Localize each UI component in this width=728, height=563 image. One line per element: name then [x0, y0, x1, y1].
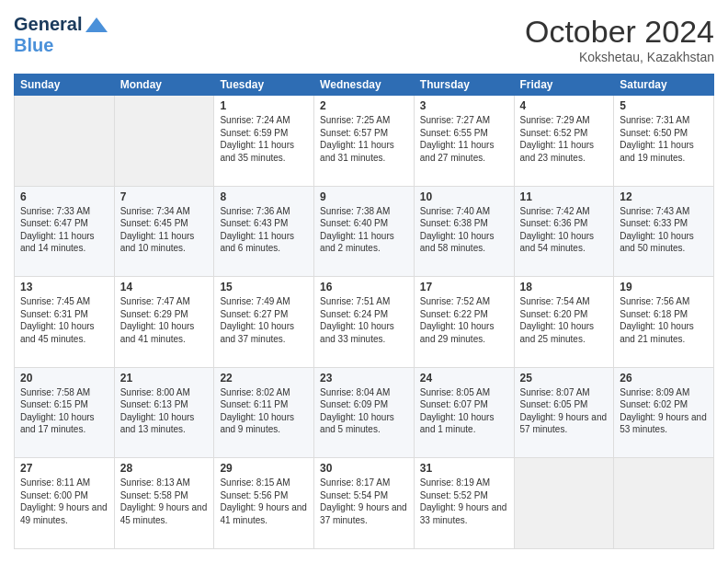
page-header: General Blue October 2024 Kokshetau, Kaz… — [14, 14, 714, 64]
day-info: Sunrise: 8:00 AM Sunset: 6:13 PM Dayligh… — [120, 386, 209, 436]
day-number: 30 — [320, 462, 408, 475]
calendar-cell: 3Sunrise: 7:27 AM Sunset: 6:55 PM Daylig… — [414, 96, 514, 187]
day-number: 6 — [20, 190, 108, 203]
day-info: Sunrise: 7:49 AM Sunset: 6:27 PM Dayligh… — [220, 295, 308, 345]
day-info: Sunrise: 7:34 AM Sunset: 6:45 PM Dayligh… — [120, 205, 209, 255]
day-number: 16 — [320, 281, 408, 293]
day-info: Sunrise: 7:27 AM Sunset: 6:55 PM Dayligh… — [420, 114, 508, 164]
day-info: Sunrise: 7:42 AM Sunset: 6:36 PM Dayligh… — [520, 205, 609, 255]
day-number: 4 — [520, 99, 609, 112]
day-info: Sunrise: 7:25 AM Sunset: 6:57 PM Dayligh… — [320, 114, 408, 164]
calendar-cell: 1Sunrise: 7:24 AM Sunset: 6:59 PM Daylig… — [214, 96, 314, 187]
calendar-cell: 2Sunrise: 7:25 AM Sunset: 6:57 PM Daylig… — [314, 96, 415, 187]
calendar-cell: 15Sunrise: 7:49 AM Sunset: 6:27 PM Dayli… — [214, 277, 314, 368]
calendar-week-row: 20Sunrise: 7:58 AM Sunset: 6:15 PM Dayli… — [15, 367, 714, 458]
calendar-week-row: 1Sunrise: 7:24 AM Sunset: 6:59 PM Daylig… — [15, 96, 714, 187]
day-info: Sunrise: 7:24 AM Sunset: 6:59 PM Dayligh… — [220, 114, 308, 164]
weekday-header: Friday — [514, 75, 614, 96]
day-info: Sunrise: 7:45 AM Sunset: 6:31 PM Dayligh… — [20, 295, 108, 345]
day-info: Sunrise: 8:15 AM Sunset: 5:56 PM Dayligh… — [220, 477, 308, 526]
calendar-cell: 8Sunrise: 7:36 AM Sunset: 6:43 PM Daylig… — [214, 186, 314, 277]
calendar-cell: 28Sunrise: 8:13 AM Sunset: 5:58 PM Dayli… — [114, 458, 214, 549]
day-number: 10 — [420, 190, 508, 203]
day-number: 26 — [620, 372, 708, 385]
calendar-cell: 21Sunrise: 8:00 AM Sunset: 6:13 PM Dayli… — [114, 367, 214, 458]
weekday-header: Monday — [114, 75, 214, 96]
day-info: Sunrise: 7:31 AM Sunset: 6:50 PM Dayligh… — [620, 114, 708, 164]
day-info: Sunrise: 8:07 AM Sunset: 6:05 PM Dayligh… — [520, 386, 609, 436]
day-number: 2 — [320, 99, 408, 112]
day-number: 7 — [120, 190, 209, 203]
day-info: Sunrise: 8:13 AM Sunset: 5:58 PM Dayligh… — [120, 477, 209, 526]
calendar-cell: 4Sunrise: 7:29 AM Sunset: 6:52 PM Daylig… — [514, 96, 614, 187]
day-info: Sunrise: 7:38 AM Sunset: 6:40 PM Dayligh… — [320, 205, 408, 255]
month-title: October 2024 — [525, 14, 714, 50]
day-number: 1 — [220, 99, 308, 112]
day-info: Sunrise: 7:47 AM Sunset: 6:29 PM Dayligh… — [120, 295, 209, 345]
weekday-header: Sunday — [15, 75, 115, 96]
day-number: 15 — [220, 281, 308, 293]
day-number: 19 — [620, 281, 708, 293]
calendar-cell: 9Sunrise: 7:38 AM Sunset: 6:40 PM Daylig… — [314, 186, 415, 277]
calendar-cell: 27Sunrise: 8:11 AM Sunset: 6:00 PM Dayli… — [15, 458, 115, 549]
day-number: 22 — [220, 372, 308, 385]
day-info: Sunrise: 8:11 AM Sunset: 6:00 PM Dayligh… — [20, 477, 108, 526]
day-number: 9 — [320, 190, 408, 203]
day-number: 31 — [420, 462, 508, 475]
weekday-header: Wednesday — [314, 75, 415, 96]
day-info: Sunrise: 8:19 AM Sunset: 5:52 PM Dayligh… — [420, 477, 508, 526]
calendar-cell — [15, 96, 115, 187]
day-number: 14 — [120, 281, 209, 293]
day-number: 3 — [420, 99, 508, 112]
calendar-cell: 22Sunrise: 8:02 AM Sunset: 6:11 PM Dayli… — [214, 367, 314, 458]
day-number: 24 — [420, 372, 508, 385]
day-number: 5 — [620, 99, 708, 112]
day-number: 28 — [120, 462, 209, 475]
svg-marker-0 — [85, 17, 108, 32]
weekday-header: Tuesday — [214, 75, 314, 96]
calendar-cell — [514, 458, 614, 549]
day-info: Sunrise: 8:05 AM Sunset: 6:07 PM Dayligh… — [420, 386, 508, 436]
logo-icon — [84, 16, 109, 36]
day-info: Sunrise: 7:51 AM Sunset: 6:24 PM Dayligh… — [320, 295, 408, 345]
calendar-week-row: 27Sunrise: 8:11 AM Sunset: 6:00 PM Dayli… — [15, 458, 714, 549]
calendar-cell: 23Sunrise: 8:04 AM Sunset: 6:09 PM Dayli… — [314, 367, 415, 458]
calendar-cell: 10Sunrise: 7:40 AM Sunset: 6:38 PM Dayli… — [414, 186, 514, 277]
calendar-cell: 5Sunrise: 7:31 AM Sunset: 6:50 PM Daylig… — [614, 96, 714, 187]
calendar-cell: 13Sunrise: 7:45 AM Sunset: 6:31 PM Dayli… — [15, 277, 115, 368]
day-number: 8 — [220, 190, 308, 203]
calendar-week-row: 6Sunrise: 7:33 AM Sunset: 6:47 PM Daylig… — [15, 186, 714, 277]
calendar-cell: 20Sunrise: 7:58 AM Sunset: 6:15 PM Dayli… — [15, 367, 115, 458]
calendar-cell: 19Sunrise: 7:56 AM Sunset: 6:18 PM Dayli… — [614, 277, 714, 368]
day-number: 23 — [320, 372, 408, 385]
day-info: Sunrise: 7:54 AM Sunset: 6:20 PM Dayligh… — [520, 295, 609, 345]
day-number: 18 — [520, 281, 609, 293]
calendar-cell: 6Sunrise: 7:33 AM Sunset: 6:47 PM Daylig… — [15, 186, 115, 277]
logo-text: General — [14, 14, 109, 36]
day-info: Sunrise: 8:02 AM Sunset: 6:11 PM Dayligh… — [220, 386, 308, 436]
calendar-cell: 12Sunrise: 7:43 AM Sunset: 6:33 PM Dayli… — [614, 186, 714, 277]
day-info: Sunrise: 8:09 AM Sunset: 6:02 PM Dayligh… — [620, 386, 708, 436]
day-info: Sunrise: 7:33 AM Sunset: 6:47 PM Dayligh… — [20, 205, 108, 255]
day-number: 13 — [20, 281, 108, 293]
day-info: Sunrise: 7:56 AM Sunset: 6:18 PM Dayligh… — [620, 295, 708, 345]
day-info: Sunrise: 7:52 AM Sunset: 6:22 PM Dayligh… — [420, 295, 508, 345]
day-number: 11 — [520, 190, 609, 203]
day-number: 20 — [20, 372, 108, 385]
calendar-cell: 31Sunrise: 8:19 AM Sunset: 5:52 PM Dayli… — [414, 458, 514, 549]
day-info: Sunrise: 8:04 AM Sunset: 6:09 PM Dayligh… — [320, 386, 408, 436]
calendar-cell: 26Sunrise: 8:09 AM Sunset: 6:02 PM Dayli… — [614, 367, 714, 458]
day-number: 12 — [620, 190, 708, 203]
day-number: 21 — [120, 372, 209, 385]
day-info: Sunrise: 7:58 AM Sunset: 6:15 PM Dayligh… — [20, 386, 108, 436]
day-info: Sunrise: 8:17 AM Sunset: 5:54 PM Dayligh… — [320, 477, 408, 526]
calendar-cell: 17Sunrise: 7:52 AM Sunset: 6:22 PM Dayli… — [414, 277, 514, 368]
calendar-cell: 7Sunrise: 7:34 AM Sunset: 6:45 PM Daylig… — [114, 186, 214, 277]
calendar-cell: 29Sunrise: 8:15 AM Sunset: 5:56 PM Dayli… — [214, 458, 314, 549]
calendar-table: SundayMondayTuesdayWednesdayThursdayFrid… — [14, 74, 714, 549]
day-number: 17 — [420, 281, 508, 293]
calendar-cell: 25Sunrise: 8:07 AM Sunset: 6:05 PM Dayli… — [514, 367, 614, 458]
calendar-cell: 24Sunrise: 8:05 AM Sunset: 6:07 PM Dayli… — [414, 367, 514, 458]
calendar-cell: 30Sunrise: 8:17 AM Sunset: 5:54 PM Dayli… — [314, 458, 415, 549]
calendar-cell: 16Sunrise: 7:51 AM Sunset: 6:24 PM Dayli… — [314, 277, 415, 368]
